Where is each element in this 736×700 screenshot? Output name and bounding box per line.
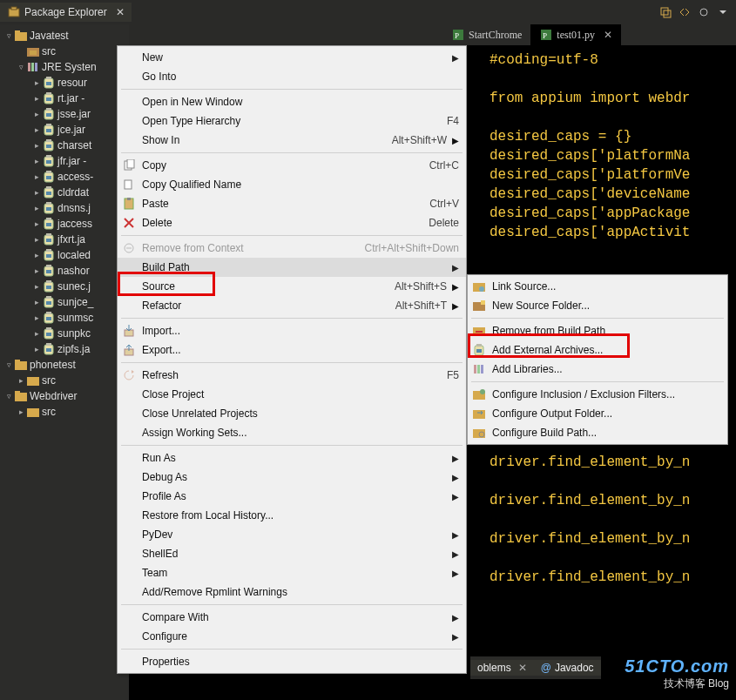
bottom-view-tabs: oblems✕ @Javadoc: [470, 656, 601, 679]
focus-icon[interactable]: [696, 4, 712, 20]
svg-point-86: [479, 286, 484, 292]
tree-jar[interactable]: ▸jce.jar: [0, 122, 129, 138]
new-source-folder-icon: [472, 299, 486, 313]
jar-icon: [42, 170, 56, 184]
menu-debug-as[interactable]: Debug As▶: [118, 468, 466, 487]
tree-jar[interactable]: ▸charset: [0, 138, 129, 153]
tree-project[interactable]: ▿phonetest: [0, 357, 129, 373]
tree-jar[interactable]: ▸cldrdat: [0, 185, 129, 200]
jar-icon: [42, 248, 56, 262]
svg-point-4: [700, 9, 707, 16]
svg-rect-88: [481, 300, 485, 305]
menu-copy[interactable]: CopyCtrl+C: [118, 156, 466, 175]
python-file-icon: P: [539, 28, 553, 42]
menu-open-type-hierarchy[interactable]: Open Type HierarchyF4: [118, 111, 466, 131]
tree-project[interactable]: ▿Webdriver: [0, 388, 129, 404]
tree-jar[interactable]: ▸sunec.j: [0, 279, 129, 294]
tree-src[interactable]: src: [0, 44, 129, 59]
menu-delete[interactable]: DeleteDelete: [118, 213, 466, 232]
menu-source[interactable]: SourceAlt+Shift+S▶: [118, 277, 466, 296]
tree-jar[interactable]: ▸resour: [0, 75, 129, 91]
delete-icon: [122, 216, 136, 230]
menu-compare-with[interactable]: Compare With▶: [118, 608, 466, 627]
library-icon: [472, 362, 486, 376]
tree-jar[interactable]: ▸sunjce_: [0, 294, 129, 310]
menu-pydev[interactable]: PyDev▶: [118, 525, 466, 544]
tree-jar[interactable]: ▸access-: [0, 169, 129, 185]
menu-refresh[interactable]: RefreshF5: [118, 366, 466, 385]
tree-jar[interactable]: ▸dnsns.j: [0, 200, 129, 216]
menu-new[interactable]: New▶: [118, 48, 466, 67]
svg-rect-31: [46, 171, 51, 173]
svg-rect-35: [46, 192, 51, 195]
javadoc-tab[interactable]: @Javadoc: [534, 660, 601, 676]
svg-rect-78: [125, 180, 132, 189]
tree-jar[interactable]: ▸zipfs.ja: [0, 341, 129, 357]
tree-jar[interactable]: ▸rt.jar -: [0, 91, 129, 106]
svg-rect-20: [46, 113, 51, 117]
menu-paste[interactable]: PasteCtrl+V: [118, 194, 466, 213]
svg-rect-17: [46, 98, 51, 101]
menu-build-path[interactable]: Build Path▶: [118, 258, 466, 277]
tree-jar[interactable]: ▸jaccess: [0, 216, 129, 232]
tree-jar[interactable]: ▸jfr.jar -: [0, 153, 129, 169]
close-icon[interactable]: ✕: [518, 662, 527, 674]
menu-profile-as[interactable]: Profile As▶: [118, 487, 466, 506]
menu-show-in[interactable]: Show InAlt+Shift+W▶: [118, 131, 466, 150]
menu-shelled[interactable]: ShellEd▶: [118, 544, 466, 563]
submenu-link-source[interactable]: Link Source...: [468, 277, 727, 296]
submenu-add-external-archives[interactable]: Add External Archives...: [468, 340, 727, 360]
menu-open-new-window[interactable]: Open in New Window: [118, 92, 466, 111]
menu-remove-from-context[interactable]: Remove from ContextCtrl+Alt+Shift+Down: [118, 239, 466, 258]
svg-rect-19: [46, 108, 51, 111]
submenu-add-libraries[interactable]: Add Libraries...: [468, 360, 727, 379]
package-explorer[interactable]: ▿Javatest src ▿JRE Systen ▸resour▸rt.jar…: [0, 24, 129, 700]
menu-properties[interactable]: Properties: [118, 652, 466, 671]
svg-rect-22: [46, 124, 51, 126]
watermark: 51CTO.com 技术博客 Blog: [625, 656, 729, 691]
menu-restore-history[interactable]: Restore from Local History...: [118, 506, 466, 525]
svg-rect-3: [664, 10, 671, 17]
tree-src[interactable]: ▸src: [0, 373, 129, 388]
collapse-all-icon[interactable]: [658, 4, 673, 20]
menu-rpmlint[interactable]: Add/Remove Rpmlint Warnings: [118, 582, 466, 602]
menu-close-project[interactable]: Close Project: [118, 385, 466, 404]
problems-tab[interactable]: oblems✕: [470, 660, 534, 676]
tree-jre[interactable]: ▿JRE Systen: [0, 59, 129, 75]
submenu-new-source-folder[interactable]: New Source Folder...: [468, 296, 727, 315]
tree-jar[interactable]: ▸jfxrt.ja: [0, 232, 129, 247]
menu-run-as[interactable]: Run As▶: [118, 448, 466, 468]
tree-src[interactable]: ▸src: [0, 404, 129, 420]
submenu-configure-filters[interactable]: Configure Inclusion / Exclusion Filters.…: [468, 385, 727, 404]
submenu-configure-output[interactable]: Configure Output Folder...: [468, 404, 727, 423]
menu-team[interactable]: Team▶: [118, 563, 466, 582]
view-menu-icon[interactable]: [715, 4, 731, 20]
tree-jar[interactable]: ▸sunpkc: [0, 326, 129, 341]
tree-project[interactable]: ▿Javatest: [0, 28, 129, 44]
menu-copy-qualified-name[interactable]: Copy Qualified Name: [118, 175, 466, 194]
close-icon[interactable]: ✕: [116, 6, 125, 18]
svg-rect-44: [46, 239, 51, 242]
tree-jar[interactable]: ▸jsse.jar: [0, 106, 129, 122]
filter-icon: [472, 387, 486, 401]
menu-import[interactable]: Import...: [118, 321, 466, 340]
package-explorer-tab-label: Package Explorer: [24, 6, 107, 18]
tree-jar[interactable]: ▸localed: [0, 247, 129, 263]
tree-jar[interactable]: ▸nashor: [0, 263, 129, 279]
package-explorer-tab[interactable]: Package Explorer ✕: [0, 3, 132, 22]
copy-icon: [122, 158, 136, 172]
menu-go-into[interactable]: Go Into: [118, 67, 466, 86]
link-editor-icon[interactable]: [677, 4, 692, 20]
submenu-remove-build-path[interactable]: Remove from Build Path: [468, 321, 727, 340]
jar-icon: [42, 201, 56, 215]
menu-configure[interactable]: Configure▶: [118, 627, 466, 646]
menu-close-unrelated[interactable]: Close Unrelated Projects: [118, 404, 466, 423]
editor-tab[interactable]: PStartChrome: [442, 24, 530, 45]
close-icon[interactable]: ✕: [604, 29, 612, 42]
menu-assign-working-sets[interactable]: Assign Working Sets...: [118, 423, 466, 442]
tree-jar[interactable]: ▸sunmsc: [0, 310, 129, 326]
menu-export[interactable]: Export...: [118, 340, 466, 360]
editor-tab-active[interactable]: Ptest01.py✕: [530, 24, 621, 45]
menu-refactor[interactable]: RefactorAlt+Shift+T▶: [118, 296, 466, 315]
submenu-configure-build-path[interactable]: Configure Build Path...: [468, 423, 727, 442]
